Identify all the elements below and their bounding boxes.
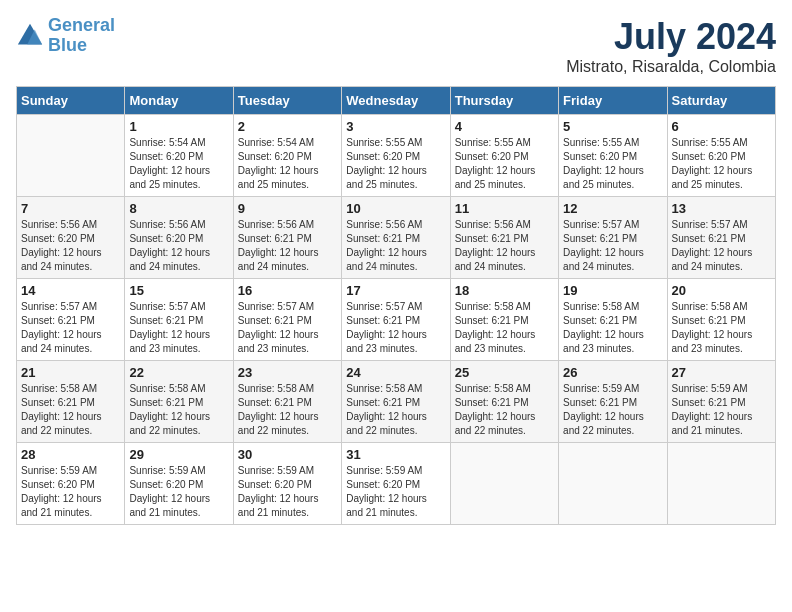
day-info: Sunrise: 5:55 AM Sunset: 6:20 PM Dayligh… xyxy=(672,136,771,192)
day-info: Sunrise: 5:58 AM Sunset: 6:21 PM Dayligh… xyxy=(672,300,771,356)
day-number: 18 xyxy=(455,283,554,298)
day-info: Sunrise: 5:57 AM Sunset: 6:21 PM Dayligh… xyxy=(563,218,662,274)
day-number: 9 xyxy=(238,201,337,216)
day-info: Sunrise: 5:57 AM Sunset: 6:21 PM Dayligh… xyxy=(21,300,120,356)
calendar-cell: 31Sunrise: 5:59 AM Sunset: 6:20 PM Dayli… xyxy=(342,443,450,525)
day-number: 12 xyxy=(563,201,662,216)
day-number: 29 xyxy=(129,447,228,462)
calendar-cell xyxy=(667,443,775,525)
calendar-cell: 2Sunrise: 5:54 AM Sunset: 6:20 PM Daylig… xyxy=(233,115,341,197)
header: General Blue July 2024 Mistrato, Risaral… xyxy=(16,16,776,76)
logo: General Blue xyxy=(16,16,115,56)
calendar-cell: 9Sunrise: 5:56 AM Sunset: 6:21 PM Daylig… xyxy=(233,197,341,279)
calendar-cell xyxy=(17,115,125,197)
day-info: Sunrise: 5:54 AM Sunset: 6:20 PM Dayligh… xyxy=(129,136,228,192)
day-number: 25 xyxy=(455,365,554,380)
day-number: 30 xyxy=(238,447,337,462)
header-cell-tuesday: Tuesday xyxy=(233,87,341,115)
day-number: 1 xyxy=(129,119,228,134)
day-number: 20 xyxy=(672,283,771,298)
day-number: 19 xyxy=(563,283,662,298)
calendar-cell: 3Sunrise: 5:55 AM Sunset: 6:20 PM Daylig… xyxy=(342,115,450,197)
day-info: Sunrise: 5:56 AM Sunset: 6:21 PM Dayligh… xyxy=(455,218,554,274)
day-number: 4 xyxy=(455,119,554,134)
header-cell-monday: Monday xyxy=(125,87,233,115)
day-info: Sunrise: 5:56 AM Sunset: 6:20 PM Dayligh… xyxy=(21,218,120,274)
calendar-cell: 11Sunrise: 5:56 AM Sunset: 6:21 PM Dayli… xyxy=(450,197,558,279)
day-info: Sunrise: 5:59 AM Sunset: 6:20 PM Dayligh… xyxy=(238,464,337,520)
calendar-cell: 4Sunrise: 5:55 AM Sunset: 6:20 PM Daylig… xyxy=(450,115,558,197)
calendar-cell: 26Sunrise: 5:59 AM Sunset: 6:21 PM Dayli… xyxy=(559,361,667,443)
day-info: Sunrise: 5:59 AM Sunset: 6:20 PM Dayligh… xyxy=(21,464,120,520)
day-info: Sunrise: 5:57 AM Sunset: 6:21 PM Dayligh… xyxy=(129,300,228,356)
day-info: Sunrise: 5:58 AM Sunset: 6:21 PM Dayligh… xyxy=(21,382,120,438)
day-info: Sunrise: 5:57 AM Sunset: 6:21 PM Dayligh… xyxy=(346,300,445,356)
header-cell-friday: Friday xyxy=(559,87,667,115)
calendar-cell: 8Sunrise: 5:56 AM Sunset: 6:20 PM Daylig… xyxy=(125,197,233,279)
day-info: Sunrise: 5:55 AM Sunset: 6:20 PM Dayligh… xyxy=(455,136,554,192)
day-number: 3 xyxy=(346,119,445,134)
month-title: July 2024 xyxy=(566,16,776,58)
day-info: Sunrise: 5:59 AM Sunset: 6:20 PM Dayligh… xyxy=(346,464,445,520)
calendar-header-row: SundayMondayTuesdayWednesdayThursdayFrid… xyxy=(17,87,776,115)
header-cell-thursday: Thursday xyxy=(450,87,558,115)
calendar-cell: 27Sunrise: 5:59 AM Sunset: 6:21 PM Dayli… xyxy=(667,361,775,443)
day-number: 28 xyxy=(21,447,120,462)
calendar-cell: 22Sunrise: 5:58 AM Sunset: 6:21 PM Dayli… xyxy=(125,361,233,443)
calendar-cell: 21Sunrise: 5:58 AM Sunset: 6:21 PM Dayli… xyxy=(17,361,125,443)
location-title: Mistrato, Risaralda, Colombia xyxy=(566,58,776,76)
day-number: 10 xyxy=(346,201,445,216)
day-info: Sunrise: 5:58 AM Sunset: 6:21 PM Dayligh… xyxy=(455,382,554,438)
calendar-cell: 28Sunrise: 5:59 AM Sunset: 6:20 PM Dayli… xyxy=(17,443,125,525)
calendar-cell: 5Sunrise: 5:55 AM Sunset: 6:20 PM Daylig… xyxy=(559,115,667,197)
day-info: Sunrise: 5:55 AM Sunset: 6:20 PM Dayligh… xyxy=(563,136,662,192)
day-number: 22 xyxy=(129,365,228,380)
day-info: Sunrise: 5:59 AM Sunset: 6:21 PM Dayligh… xyxy=(563,382,662,438)
day-info: Sunrise: 5:58 AM Sunset: 6:21 PM Dayligh… xyxy=(563,300,662,356)
calendar-cell: 7Sunrise: 5:56 AM Sunset: 6:20 PM Daylig… xyxy=(17,197,125,279)
calendar-cell: 19Sunrise: 5:58 AM Sunset: 6:21 PM Dayli… xyxy=(559,279,667,361)
day-number: 31 xyxy=(346,447,445,462)
calendar-cell: 24Sunrise: 5:58 AM Sunset: 6:21 PM Dayli… xyxy=(342,361,450,443)
calendar-cell: 29Sunrise: 5:59 AM Sunset: 6:20 PM Dayli… xyxy=(125,443,233,525)
day-info: Sunrise: 5:57 AM Sunset: 6:21 PM Dayligh… xyxy=(672,218,771,274)
calendar-week-row: 28Sunrise: 5:59 AM Sunset: 6:20 PM Dayli… xyxy=(17,443,776,525)
calendar-cell: 6Sunrise: 5:55 AM Sunset: 6:20 PM Daylig… xyxy=(667,115,775,197)
logo-line2: Blue xyxy=(48,35,87,55)
day-number: 16 xyxy=(238,283,337,298)
day-info: Sunrise: 5:55 AM Sunset: 6:20 PM Dayligh… xyxy=(346,136,445,192)
day-number: 27 xyxy=(672,365,771,380)
calendar-week-row: 14Sunrise: 5:57 AM Sunset: 6:21 PM Dayli… xyxy=(17,279,776,361)
day-info: Sunrise: 5:57 AM Sunset: 6:21 PM Dayligh… xyxy=(238,300,337,356)
calendar-cell: 12Sunrise: 5:57 AM Sunset: 6:21 PM Dayli… xyxy=(559,197,667,279)
calendar-cell: 25Sunrise: 5:58 AM Sunset: 6:21 PM Dayli… xyxy=(450,361,558,443)
day-info: Sunrise: 5:56 AM Sunset: 6:21 PM Dayligh… xyxy=(346,218,445,274)
day-number: 14 xyxy=(21,283,120,298)
calendar-cell xyxy=(450,443,558,525)
calendar-table: SundayMondayTuesdayWednesdayThursdayFrid… xyxy=(16,86,776,525)
logo-text: General Blue xyxy=(48,16,115,56)
calendar-cell: 10Sunrise: 5:56 AM Sunset: 6:21 PM Dayli… xyxy=(342,197,450,279)
calendar-cell: 23Sunrise: 5:58 AM Sunset: 6:21 PM Dayli… xyxy=(233,361,341,443)
calendar-week-row: 21Sunrise: 5:58 AM Sunset: 6:21 PM Dayli… xyxy=(17,361,776,443)
day-info: Sunrise: 5:59 AM Sunset: 6:20 PM Dayligh… xyxy=(129,464,228,520)
title-area: July 2024 Mistrato, Risaralda, Colombia xyxy=(566,16,776,76)
day-number: 6 xyxy=(672,119,771,134)
logo-line1: General xyxy=(48,15,115,35)
day-number: 5 xyxy=(563,119,662,134)
calendar-cell: 14Sunrise: 5:57 AM Sunset: 6:21 PM Dayli… xyxy=(17,279,125,361)
calendar-cell: 18Sunrise: 5:58 AM Sunset: 6:21 PM Dayli… xyxy=(450,279,558,361)
day-number: 11 xyxy=(455,201,554,216)
day-number: 26 xyxy=(563,365,662,380)
header-cell-sunday: Sunday xyxy=(17,87,125,115)
day-info: Sunrise: 5:58 AM Sunset: 6:21 PM Dayligh… xyxy=(129,382,228,438)
day-info: Sunrise: 5:58 AM Sunset: 6:21 PM Dayligh… xyxy=(346,382,445,438)
day-info: Sunrise: 5:58 AM Sunset: 6:21 PM Dayligh… xyxy=(238,382,337,438)
day-info: Sunrise: 5:54 AM Sunset: 6:20 PM Dayligh… xyxy=(238,136,337,192)
calendar-cell: 17Sunrise: 5:57 AM Sunset: 6:21 PM Dayli… xyxy=(342,279,450,361)
day-number: 23 xyxy=(238,365,337,380)
calendar-cell: 16Sunrise: 5:57 AM Sunset: 6:21 PM Dayli… xyxy=(233,279,341,361)
calendar-cell: 15Sunrise: 5:57 AM Sunset: 6:21 PM Dayli… xyxy=(125,279,233,361)
day-info: Sunrise: 5:56 AM Sunset: 6:20 PM Dayligh… xyxy=(129,218,228,274)
day-number: 13 xyxy=(672,201,771,216)
